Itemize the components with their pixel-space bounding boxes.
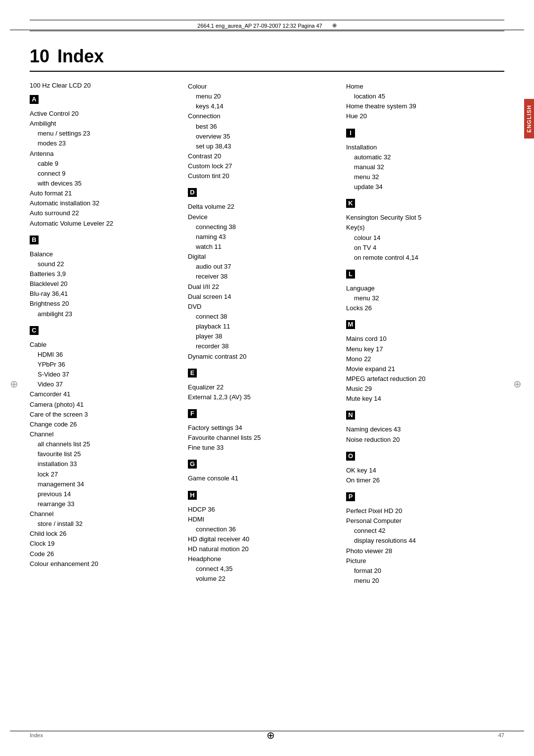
section-m-header: M [346,320,494,332]
section-h-entries: HDCP 36 HDMI connection 36 HD digital re… [188,505,336,584]
letter-b: B [30,236,39,244]
bottom-crosshair-icon: ⊕ [267,729,275,741]
section-l-header: L [346,270,494,282]
letter-m: M [346,320,355,329]
section-h-col2: H HDCP 36 HDMI connection 36 HD digital … [188,491,336,584]
section-o-entries: OK key 14 On timer 26 [346,466,494,485]
section-h-header: H [188,491,336,503]
letter-k: K [346,199,355,208]
section-f: F Factory settings 34 Favourite channel … [188,409,336,453]
section-l-entries: Language menu 32 Locks 26 [346,284,494,313]
index-content: 100 Hz Clear LCD 20 A Active Control 20 … [30,82,504,593]
colour-entries: Colour menu 20 keys 4,14 Connection best… [188,82,336,181]
letter-a: A [30,95,39,104]
column-2: Colour menu 20 keys 4,14 Connection best… [188,82,346,593]
section-c-entries: Cable HDMI 36 YPbPr 36 S-Video 37 Video … [30,340,178,569]
letter-i: I [346,129,355,138]
section-n: N Naming devices 43 Noise reduction 20 [346,411,494,444]
footer-label: Index [30,732,43,738]
section-e-entries: Equalizer 22 External 1,2,3 (AV) 35 [188,382,336,402]
top-line [10,30,524,30]
footer-page: 47 [498,732,504,738]
section-i-header: I [346,129,494,141]
section-e: E Equalizer 22 External 1,2,3 (AV) 35 [188,369,336,402]
section-colour: Colour menu 20 keys 4,14 Connection best… [188,82,336,181]
section-d-entries: Delta volume 22 Device connecting 38 nam… [188,202,336,361]
section-home: Home location 45 Home theatre system 39 … [346,82,494,122]
section-e-header: E [188,369,336,380]
section-g: G Game console 41 [188,460,336,483]
column-3: Home location 45 Home theatre system 39 … [346,82,504,593]
title-label: Index [57,46,104,66]
section-m: M Mains cord 10 Menu key 17 Mono 22 Movi… [346,320,494,404]
first-entry: 100 Hz Clear LCD 20 [30,82,178,89]
letter-e: E [188,369,197,378]
section-d-header: D [188,188,336,200]
section-d: D Delta volume 22 Device connecting 38 n… [188,188,336,361]
page-title: 10Index [30,46,504,72]
section-i-entries: Installation automatic 32 manual 32 menu… [346,142,494,192]
right-crosshair-icon: ⊕ [513,378,522,390]
section-b: B Balance sound 22 Batteries 3,9 Blackle… [30,236,178,319]
column-1: 100 Hz Clear LCD 20 A Active Control 20 … [30,82,188,593]
letter-g: G [188,460,197,469]
section-b-entries: Balance sound 22 Batteries 3,9 Blackleve… [30,249,178,319]
section-o-header: O [346,452,494,464]
section-k: K Kensington Security Slot 5 Key(s) colo… [346,199,494,263]
section-f-header: F [188,409,336,421]
header-text: 2664.1 eng_aurea_AP 27-09-2007 12:32 Pag… [197,23,322,29]
section-a-entries: Active Control 20 Ambilight menu / setti… [30,109,178,229]
letter-l: L [346,270,355,279]
home-entries: Home location 45 Home theatre system 39 … [346,82,494,122]
letter-d: D [188,188,197,197]
section-p: P Perfect Pixel HD 20 Personal Computer … [346,492,494,586]
section-a-header: A [30,95,178,107]
section-c-col1: C Cable HDMI 36 YPbPr 36 S-Video 37 Vide… [30,326,178,569]
letter-n: N [346,411,355,420]
left-crosshair-icon: ⊕ [10,378,18,390]
section-a: A Active Control 20 Ambilight menu / set… [30,95,178,229]
letter-f: F [188,409,197,418]
letter-c: C [30,326,39,335]
section-m-entries: Mains cord 10 Menu key 17 Mono 22 Movie … [346,334,494,404]
letter-o: O [346,452,355,461]
section-n-header: N [346,411,494,423]
header-crosshair-icon: ⊕ [332,22,337,29]
section-g-header: G [188,460,336,472]
language-tab: ENGLISH [524,99,534,139]
letter-p: P [346,492,355,501]
section-k-header: K [346,199,494,211]
section-k-entries: Kensington Security Slot 5 Key(s) colour… [346,213,494,263]
section-c-header: C [30,326,178,338]
page-container: ⊕ ⊕ ENGLISH 2664.1 eng_aurea_AP 27-09-20… [0,0,534,756]
section-g-entries: Game console 41 [188,473,336,483]
section-o: O OK key 14 On timer 26 [346,452,494,485]
section-p-header: P [346,492,494,504]
section-i: I Installation automatic 32 manual 32 me… [346,129,494,192]
section-l: L Language menu 32 Locks 26 [346,270,494,313]
page-footer: Index ⊕ 47 [30,729,504,741]
section-p-entries: Perfect Pixel HD 20 Personal Computer co… [346,506,494,586]
section-f-entries: Factory settings 34 Favourite channel li… [188,423,336,453]
title-number: 10 [30,46,49,66]
section-n-entries: Naming devices 43 Noise reduction 20 [346,425,494,444]
section-b-header: B [30,236,178,247]
letter-h: H [188,491,197,500]
